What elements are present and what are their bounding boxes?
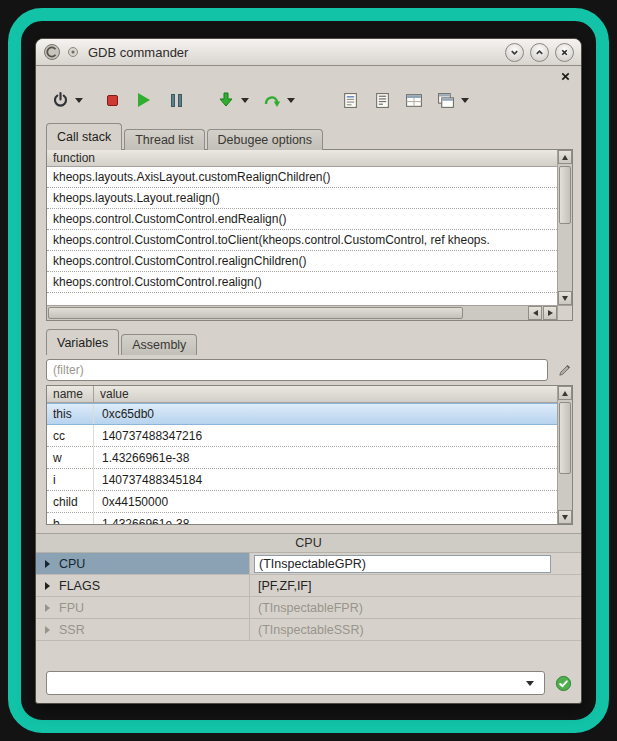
- scrollbar-thumb[interactable]: [48, 307, 463, 319]
- window-options-button[interactable]: [434, 88, 458, 112]
- cpu-row[interactable]: FPU (TInspectableFPR): [36, 597, 581, 619]
- tab[interactable]: Assembly: [121, 334, 197, 355]
- panel-close-icon[interactable]: [558, 69, 572, 83]
- stop-button[interactable]: [100, 88, 124, 112]
- scroll-right-button[interactable]: [543, 306, 557, 320]
- cpu-row[interactable]: SSR (TInspectableSSR): [36, 619, 581, 641]
- maximize-button[interactable]: [530, 43, 549, 62]
- callstack-vertical-scrollbar[interactable]: [557, 150, 572, 305]
- cpu-row-value-cell[interactable]: (TInspectableSSR): [250, 619, 581, 640]
- variables-tabs: VariablesAssembly: [46, 329, 199, 355]
- variable-row[interactable]: w 1.43266961e-38: [47, 447, 557, 469]
- send-command-button[interactable]: [554, 674, 572, 692]
- cpu-row-name-cell[interactable]: FPU: [36, 597, 250, 618]
- expand-icon[interactable]: [45, 604, 50, 612]
- scroll-left-button[interactable]: [528, 306, 542, 320]
- window-options-icon: [437, 92, 455, 109]
- step-into-dropdown-icon[interactable]: [241, 98, 249, 103]
- variable-row[interactable]: i 140737488345184: [47, 469, 557, 491]
- variables-panel: name value this 0xc65db0 cc 140737488347…: [46, 385, 573, 525]
- variable-row[interactable]: cc 140737488347216: [47, 425, 557, 447]
- power-icon: [52, 92, 69, 109]
- variable-name: this: [47, 404, 94, 424]
- callstack-row[interactable]: kheops.control.CustomControl.realignChil…: [47, 251, 557, 272]
- variable-row[interactable]: child 0x44150000: [47, 491, 557, 513]
- callstack-row-label: kheops.control.CustomControl.toClient(kh…: [53, 233, 490, 247]
- callstack-rows: kheops.layouts.AxisLayout.customRealignC…: [47, 167, 557, 305]
- cpu-row[interactable]: FLAGS [PF,ZF,IF]: [36, 575, 581, 597]
- cpu-row-name-cell[interactable]: FLAGS: [36, 575, 250, 596]
- pause-button[interactable]: [164, 88, 188, 112]
- scroll-down-button[interactable]: [558, 510, 572, 524]
- filter-input[interactable]: [46, 359, 548, 381]
- cpu-row[interactable]: CPU (TInspectableGPR): [36, 553, 581, 575]
- variables-header[interactable]: name value: [47, 386, 557, 403]
- document-button[interactable]: [338, 88, 362, 112]
- command-row: [46, 671, 573, 695]
- step-over-dropdown-icon[interactable]: [287, 98, 295, 103]
- cpu-row-value-cell[interactable]: (TInspectableFPR): [250, 597, 581, 618]
- continue-button[interactable]: [132, 88, 156, 112]
- cpu-inspector: CPU (TInspectableGPR) FLAGS [PF,ZF,IF] F…: [36, 553, 581, 641]
- scroll-up-button[interactable]: [558, 150, 572, 164]
- callstack-horizontal-scrollbar[interactable]: [47, 305, 557, 320]
- titlebar[interactable]: GDB commander: [36, 39, 581, 66]
- callstack-row-label: kheops.layouts.Layout.realign(): [53, 191, 220, 205]
- callstack-row[interactable]: kheops.control.CustomControl.endRealign(…: [47, 209, 557, 230]
- filter-row: [46, 359, 573, 381]
- list-button[interactable]: [370, 88, 394, 112]
- gdb-command-combobox[interactable]: [46, 671, 545, 695]
- gdb-command-input[interactable]: [47, 672, 522, 694]
- expand-icon[interactable]: [45, 626, 50, 634]
- gdb-commander-window: GDB commander: [35, 38, 582, 704]
- tab[interactable]: Debugee options: [207, 129, 324, 150]
- watch-window-button[interactable]: [402, 88, 426, 112]
- scrollbar-thumb[interactable]: [559, 166, 571, 224]
- tab[interactable]: Call stack: [46, 123, 122, 150]
- window-title: GDB commander: [88, 45, 188, 60]
- power-dropdown-icon[interactable]: [75, 98, 83, 103]
- tab-label: Call stack: [57, 130, 111, 144]
- value-column-header[interactable]: value: [94, 387, 129, 401]
- app-icon: [43, 43, 61, 61]
- top-tabs: Call stackThread listDebugee options: [46, 123, 325, 150]
- callstack-row[interactable]: kheops.layouts.AxisLayout.customRealignC…: [47, 167, 557, 188]
- tab[interactable]: Variables: [46, 329, 119, 355]
- variable-value: 140737488345184: [94, 469, 202, 490]
- callstack-row[interactable]: kheops.control.CustomControl.toClient(kh…: [47, 230, 557, 251]
- cpu-section-header: CPU: [36, 533, 581, 553]
- scroll-down-button[interactable]: [558, 291, 572, 305]
- callstack-row-label: kheops.layouts.AxisLayout.customRealignC…: [53, 170, 330, 184]
- expand-icon[interactable]: [45, 582, 50, 590]
- variables-vertical-scrollbar[interactable]: [557, 386, 572, 524]
- pause-icon: [171, 94, 182, 107]
- callstack-row[interactable]: kheops.layouts.Layout.realign(): [47, 188, 557, 209]
- cpu-row-name-cell[interactable]: CPU: [36, 553, 250, 574]
- tab[interactable]: Thread list: [124, 129, 204, 150]
- variable-row[interactable]: b 1.43266961e-38: [47, 513, 557, 524]
- name-column-header[interactable]: name: [47, 386, 94, 402]
- power-button[interactable]: [48, 88, 72, 112]
- filter-button[interactable]: [555, 361, 573, 379]
- combobox-dropdown-icon[interactable]: [526, 681, 534, 686]
- expand-icon[interactable]: [45, 560, 50, 568]
- step-over-button[interactable]: [260, 88, 284, 112]
- minimize-button[interactable]: [505, 43, 524, 62]
- cpu-row-value-cell[interactable]: (TInspectableGPR): [250, 553, 581, 574]
- cpu-row-label: SSR: [59, 623, 85, 637]
- step-into-button[interactable]: [214, 88, 238, 112]
- cpu-row-name-cell[interactable]: SSR: [36, 619, 250, 640]
- scroll-up-button[interactable]: [558, 386, 572, 400]
- cpu-row-value-cell[interactable]: [PF,ZF,IF]: [250, 575, 581, 596]
- callstack-row[interactable]: kheops.control.CustomControl.realign(): [47, 272, 557, 293]
- callstack-row-label: kheops.control.CustomControl.realign(): [53, 275, 262, 289]
- window-badge-icon: [67, 46, 79, 58]
- close-button[interactable]: [555, 43, 574, 62]
- scrollbar-thumb[interactable]: [559, 402, 571, 474]
- watch-window-icon: [405, 92, 423, 109]
- callstack-header[interactable]: function: [47, 150, 557, 167]
- arrow-right-icon: [548, 310, 553, 316]
- variable-row[interactable]: this 0xc65db0: [47, 403, 557, 425]
- step-over-icon: [263, 92, 281, 108]
- window-options-dropdown-icon[interactable]: [461, 98, 469, 103]
